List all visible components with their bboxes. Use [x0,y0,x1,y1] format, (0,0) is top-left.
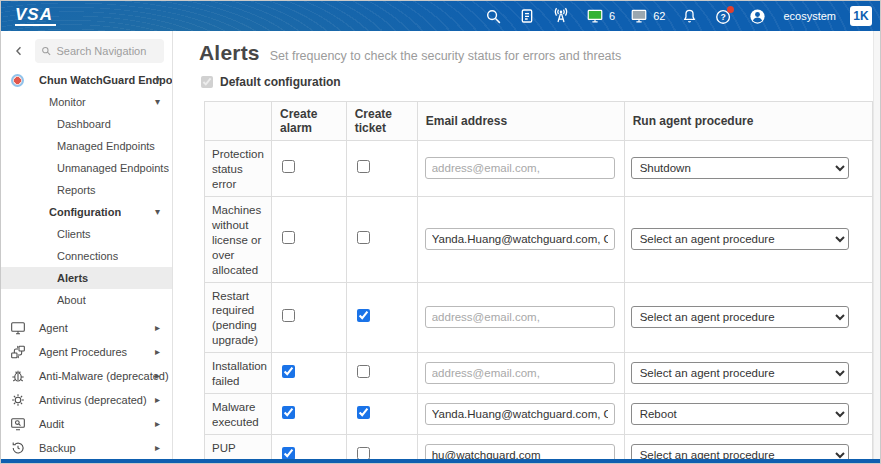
sidebar-item-unmanaged-endpoints[interactable]: Unmanaged Endpoints [1,157,172,179]
online-agents[interactable]: 6 [585,6,615,26]
create-ticket-checkbox[interactable] [357,231,370,244]
column-header-blank [205,102,272,141]
agent-procedure-select[interactable]: Select an agent procedure [631,228,849,250]
avatar-icon[interactable] [747,6,767,26]
column-header-run-agent-procedure: Run agent procedure [624,102,872,141]
username[interactable]: ecosystem [783,10,836,22]
chevron-down-icon[interactable]: ▾ [155,97,160,107]
chevron-right-icon[interactable]: ▸ [155,395,160,405]
sidebar-item-connections[interactable]: Connections [1,245,172,267]
broadcast-icon[interactable] [551,6,571,26]
monitor-online-icon [585,6,605,26]
vertical-scrollbar[interactable] [873,31,880,459]
help-icon[interactable]: ? [713,6,733,26]
sidebar-modules: Agent ▸ Agent Procedures ▸ Anti-Malware … [1,316,172,459]
chevron-right-icon[interactable]: ▸ [155,443,160,453]
sidebar-item-clients[interactable]: Clients [1,223,172,245]
sidebar-item-reports[interactable]: Reports [1,179,172,201]
email-input[interactable] [425,157,615,179]
create-ticket-checkbox[interactable] [357,160,370,173]
sidebar-item-org[interactable]: Chun WatchGuard Endpoint ... ▾ [1,69,172,91]
audit-monitor-icon [10,416,26,432]
monitor-offline-icon [629,6,649,26]
alert-type-label: Protection status error [205,141,272,197]
sidebar-item-label: Chun WatchGuard Endpoint ... [39,74,172,86]
sidebar-item-label: Monitor [49,96,86,108]
sidebar-module-agent[interactable]: Agent ▸ [1,316,172,340]
email-input[interactable] [425,228,615,250]
create-alarm-checkbox[interactable] [282,231,295,244]
create-alarm-checkbox[interactable] [282,365,295,378]
chevron-down-icon[interactable]: ▾ [155,75,160,85]
email-input[interactable] [425,362,615,384]
table-row-machines-without-license: Machines without license or over allocat… [205,196,873,282]
sidebar-module-label: Audit [39,418,64,430]
table-row-restart-required: Restart required (pending upgrade) Selec… [205,282,873,353]
alert-type-label: PUP executed [205,435,272,460]
chevron-right-icon[interactable]: ▸ [155,371,160,381]
create-ticket-checkbox[interactable] [357,447,370,459]
topbar: VSA 6 62 [1,1,880,31]
sidebar-item-managed-endpoints[interactable]: Managed Endpoints [1,135,172,157]
search-icon [41,45,51,57]
create-ticket-checkbox[interactable] [357,309,370,322]
offline-agents[interactable]: 62 [629,6,665,26]
sidebar-item-about[interactable]: About [1,289,172,311]
column-header-create-alarm: Create alarm [271,102,346,141]
bell-icon[interactable] [679,6,699,26]
chevron-right-icon[interactable]: ▸ [155,419,160,429]
create-alarm-checkbox[interactable] [282,160,295,173]
create-ticket-checkbox[interactable] [357,406,370,419]
agent-procedure-select[interactable]: Select an agent procedure [631,306,849,328]
org-icon [11,74,24,87]
sidebar: Chun WatchGuard Endpoint ... ▾ Monitor ▾… [1,31,173,459]
table-row-protection-status-error: Protection status error Shutdown [205,141,873,197]
search-navigation-input[interactable] [56,45,158,57]
sidebar-module-agent-procedures[interactable]: Agent Procedures ▸ [1,340,172,364]
chevron-down-icon[interactable]: ▾ [155,207,160,217]
kaseya-logo[interactable]: 1K [850,6,872,26]
agent-procedure-select[interactable]: Select an agent procedure [631,444,849,459]
sidebar-module-antivirus[interactable]: Antivirus (deprecated) ▸ [1,388,172,412]
bug-icon [10,368,26,384]
alert-type-label: Restart required (pending upgrade) [205,282,272,353]
column-header-email-address: Email address [417,102,624,141]
sidebar-module-label: Antivirus (deprecated) [39,394,147,406]
bottom-border [1,459,880,463]
sidebar-module-backup[interactable]: Backup ▸ [1,436,172,459]
chevron-right-icon[interactable]: ▸ [155,323,160,333]
create-alarm-checkbox[interactable] [282,406,295,419]
sidebar-item-label: About [57,294,86,306]
sidebar-item-dashboard[interactable]: Dashboard [1,113,172,135]
backup-history-icon [10,440,26,456]
alert-type-label: Malware executed [205,394,272,435]
agent-procedure-select[interactable]: Shutdown [631,157,849,179]
email-input[interactable] [425,403,615,425]
offline-count: 62 [653,10,665,22]
workflow-icon [10,344,26,360]
email-input[interactable] [425,444,615,459]
sidebar-item-configuration[interactable]: Configuration ▾ [1,201,172,223]
create-alarm-checkbox[interactable] [282,309,295,322]
sidebar-item-label: Alerts [57,272,88,284]
chevron-right-icon[interactable]: ▸ [155,347,160,357]
sidebar-module-anti-malware[interactable]: Anti-Malware (deprecated) ▸ [1,364,172,388]
notification-dot [727,6,734,13]
sidebar-module-audit[interactable]: Audit ▸ [1,412,172,436]
default-configuration-checkbox[interactable] [201,76,213,88]
search-icon[interactable] [483,6,503,26]
create-ticket-checkbox[interactable] [357,365,370,378]
agent-procedure-select[interactable]: Select an agent procedure [631,362,849,384]
sidebar-item-monitor[interactable]: Monitor ▾ [1,91,172,113]
agent-procedure-select[interactable]: Reboot [631,403,849,425]
sidebar-search[interactable] [35,39,164,63]
email-input[interactable] [425,306,615,328]
sidebar-item-alerts[interactable]: Alerts [1,267,172,289]
alert-type-label: Installation failed [205,353,272,394]
sidebar-item-label: Managed Endpoints [57,140,155,152]
document-icon[interactable] [517,6,537,26]
column-header-create-ticket: Create ticket [346,102,417,141]
sidebar-item-label: Connections [57,250,118,262]
create-alarm-checkbox[interactable] [282,447,295,459]
collapse-sidebar-button[interactable] [9,41,29,61]
